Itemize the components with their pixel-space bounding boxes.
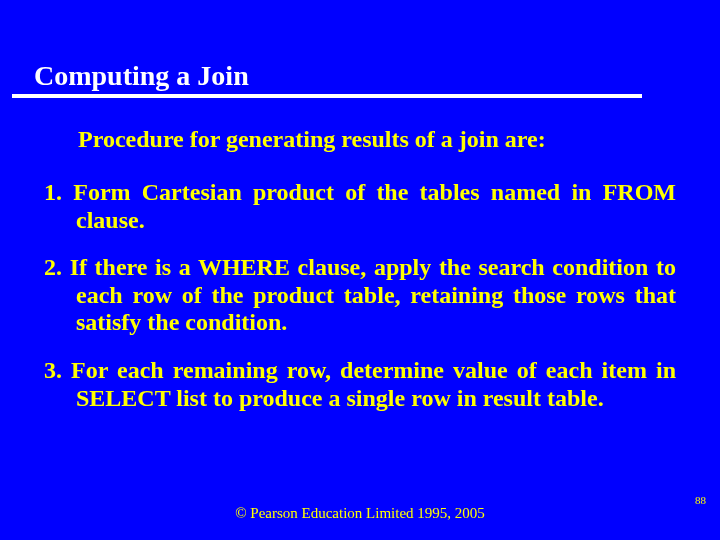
title-underline xyxy=(12,94,642,98)
intro-text: Procedure for generating results of a jo… xyxy=(78,126,690,153)
list-item: 2. If there is a WHERE clause, apply the… xyxy=(44,254,676,337)
list-item: 3. For each remaining row, determine val… xyxy=(44,357,676,412)
procedure-list: 1. Form Cartesian product of the tables … xyxy=(44,179,676,412)
page-number: 88 xyxy=(695,494,706,506)
slide: Computing a Join Procedure for generatin… xyxy=(0,0,720,540)
slide-title: Computing a Join xyxy=(30,60,690,92)
list-item: 1. Form Cartesian product of the tables … xyxy=(44,179,676,234)
title-wrap: Computing a Join xyxy=(30,60,690,98)
copyright-footer: © Pearson Education Limited 1995, 2005 xyxy=(0,505,720,522)
